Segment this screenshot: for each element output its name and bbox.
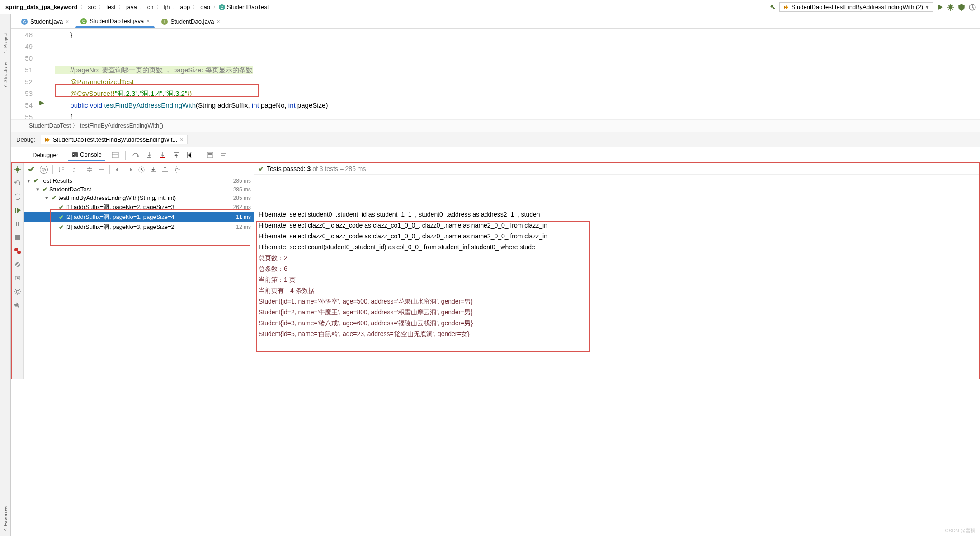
step-into-icon[interactable] bbox=[146, 152, 153, 159]
step-out-icon[interactable] bbox=[173, 152, 180, 159]
test-tree[interactable]: ▾✔Test Results285 ms▾✔StudentDaoTest285 … bbox=[24, 176, 254, 379]
test-duration: 285 ms bbox=[233, 178, 251, 184]
pause-icon[interactable] bbox=[14, 220, 21, 228]
close-icon[interactable]: × bbox=[217, 19, 220, 25]
breadcrumb-item[interactable]: ljh bbox=[162, 3, 172, 11]
run-config-label: StudentDaoTest.testFindByAddressEndingWi… bbox=[792, 4, 923, 10]
separator bbox=[109, 165, 110, 174]
show-ignored-icon[interactable]: ⊘ bbox=[40, 166, 48, 174]
test-tree-row[interactable]: ✔[2] addrSuffix=洞, pageNo=1, pageSize=41… bbox=[24, 212, 254, 222]
debug-body: ⊘ az ▾✔Test Results285 ms▾✔StudentDaoTes… bbox=[11, 162, 980, 379]
method-path-class[interactable]: StudentDaoTest bbox=[29, 122, 71, 129]
svg-rect-4 bbox=[147, 157, 151, 158]
coverage-button[interactable] bbox=[957, 3, 966, 11]
chevron-icon: 〉 bbox=[193, 4, 198, 10]
breadcrumb-class[interactable]: C StudentDaoTest bbox=[219, 4, 269, 10]
pin-icon[interactable] bbox=[14, 302, 21, 309]
code-line[interactable]: } bbox=[55, 29, 980, 41]
console-tab[interactable]: Console bbox=[68, 149, 105, 161]
expand-all-icon[interactable] bbox=[86, 166, 93, 173]
prev-icon[interactable] bbox=[114, 166, 122, 173]
breadcrumb-item[interactable]: cn bbox=[146, 3, 155, 11]
step-over-icon[interactable] bbox=[132, 152, 139, 159]
code-line[interactable] bbox=[55, 41, 980, 52]
breadcrumb-item[interactable]: test bbox=[104, 3, 118, 11]
console-line: Student{id=5, name='白鼠精', age=23, addres… bbox=[259, 328, 975, 339]
stop-icon[interactable] bbox=[14, 234, 21, 241]
trace-icon[interactable] bbox=[220, 152, 227, 159]
test-tree-row[interactable]: ✔[3] addrSuffix=洞, pageNo=3, pageSize=21… bbox=[24, 222, 254, 232]
test-tree-row[interactable]: ✔[1] addrSuffix=洞, pageNo=2, pageSize=32… bbox=[24, 202, 254, 212]
console-line: 总页数：2 bbox=[259, 252, 975, 263]
file-tab[interactable]: CStudent.java× bbox=[16, 16, 74, 27]
sort-icon[interactable] bbox=[57, 166, 65, 173]
toggle-auto-test-icon[interactable] bbox=[14, 193, 21, 200]
chevron-icon: 〉 bbox=[156, 4, 161, 10]
run-config-selector[interactable]: StudentDaoTest.testFindByAddressEndingWi… bbox=[779, 2, 933, 12]
import-icon[interactable] bbox=[150, 166, 157, 173]
mute-breakpoints-icon[interactable] bbox=[14, 261, 21, 268]
code-line[interactable]: //pageNo: 要查询哪一页的页数 ， pageSize: 每页显示的条数 bbox=[55, 64, 980, 76]
breadcrumb-item[interactable]: src bbox=[86, 3, 98, 11]
breadcrumb-item[interactable]: app bbox=[179, 3, 192, 11]
resume-icon[interactable] bbox=[14, 207, 21, 214]
chevron-icon: 〉 bbox=[173, 4, 178, 10]
debugger-tab[interactable]: Debugger bbox=[29, 150, 62, 160]
rerun-failed-icon[interactable] bbox=[14, 180, 21, 187]
code-area[interactable]: } //pageNo: 要查询哪一页的页数 ， pageSize: 每页显示的条… bbox=[53, 29, 980, 119]
console-line: Hibernate: select clazz0_.clazz_code as … bbox=[259, 220, 975, 231]
debug-button[interactable] bbox=[947, 3, 955, 11]
close-icon[interactable]: × bbox=[180, 136, 184, 143]
close-icon[interactable]: × bbox=[146, 18, 150, 24]
show-passed-icon[interactable] bbox=[27, 166, 35, 174]
build-icon[interactable] bbox=[769, 4, 777, 11]
view-breakpoints-icon[interactable] bbox=[14, 247, 21, 255]
sort-alpha-icon[interactable]: az bbox=[69, 166, 76, 173]
svg-rect-3 bbox=[112, 152, 118, 158]
force-step-into-icon[interactable] bbox=[159, 152, 166, 159]
method-path-method[interactable]: testFindByAddressEndingWith() bbox=[80, 122, 163, 129]
test-label: testFindByAddressEndingWith(String, int,… bbox=[58, 194, 176, 201]
collapse-all-icon[interactable] bbox=[98, 166, 105, 173]
breadcrumb-item[interactable]: dao bbox=[198, 3, 212, 11]
next-icon[interactable] bbox=[126, 166, 133, 173]
file-tab[interactable]: IStudentDao.java× bbox=[156, 16, 225, 27]
dump-icon[interactable] bbox=[14, 275, 21, 282]
test-label: [2] addrSuffix=洞, pageNo=1, pageSize=4 bbox=[66, 213, 174, 221]
settings-icon[interactable] bbox=[14, 288, 21, 295]
code-line[interactable]: @ParameterizedTest bbox=[55, 76, 980, 88]
drop-frame-icon[interactable] bbox=[186, 152, 193, 159]
cog-icon[interactable] bbox=[173, 166, 180, 173]
rerun-icon[interactable] bbox=[14, 166, 21, 173]
console-panel: ✔ Tests passed: 3 of 3 tests – 285 ms Hi… bbox=[254, 163, 979, 379]
close-icon[interactable]: × bbox=[66, 19, 69, 25]
breadcrumb-project[interactable]: spring_data_jpa_keyword bbox=[4, 3, 80, 11]
debug-session-tab[interactable]: StudentDaoTest.testFindByAddressEndingWi… bbox=[41, 135, 188, 144]
history-icon[interactable] bbox=[138, 166, 145, 173]
run-gutter-icon[interactable] bbox=[39, 100, 45, 106]
project-tool-button[interactable]: 1: Project bbox=[3, 33, 8, 53]
test-tree-row[interactable]: ▾✔StudentDaoTest285 ms bbox=[24, 185, 254, 194]
svg-rect-7 bbox=[187, 152, 188, 158]
code-line[interactable] bbox=[55, 52, 980, 64]
layout-icon[interactable] bbox=[112, 152, 119, 159]
export-icon[interactable] bbox=[161, 166, 169, 173]
code-line[interactable]: public void testFindByAddressEndingWith(… bbox=[55, 100, 980, 111]
run-button[interactable] bbox=[936, 3, 944, 11]
profile-button[interactable] bbox=[968, 3, 976, 11]
file-tab[interactable]: CStudentDaoTest.java× bbox=[75, 15, 155, 28]
run-config-icon bbox=[783, 5, 789, 10]
structure-tool-button[interactable]: 7: Structure bbox=[3, 62, 8, 88]
breadcrumb-item[interactable]: java bbox=[124, 3, 139, 11]
chevron-icon: 〉 bbox=[72, 122, 80, 129]
test-tree-row[interactable]: ▾✔testFindByAddressEndingWith(String, in… bbox=[24, 194, 254, 202]
code-line[interactable]: @CsvSource({"洞,2,3","洞,1,4","洞,3,2"}) bbox=[55, 88, 980, 100]
console-output[interactable]: Hibernate: select student0_.student_id a… bbox=[254, 175, 979, 379]
separator bbox=[125, 151, 126, 160]
test-tree-row[interactable]: ▾✔Test Results285 ms bbox=[24, 176, 254, 185]
evaluate-icon[interactable] bbox=[207, 152, 214, 159]
code-line[interactable]: { bbox=[55, 111, 980, 119]
svg-rect-9 bbox=[208, 153, 212, 155]
svg-rect-13 bbox=[18, 222, 19, 226]
console-line: Student{id=3, name='猪八戒', age=600, addre… bbox=[259, 318, 975, 328]
